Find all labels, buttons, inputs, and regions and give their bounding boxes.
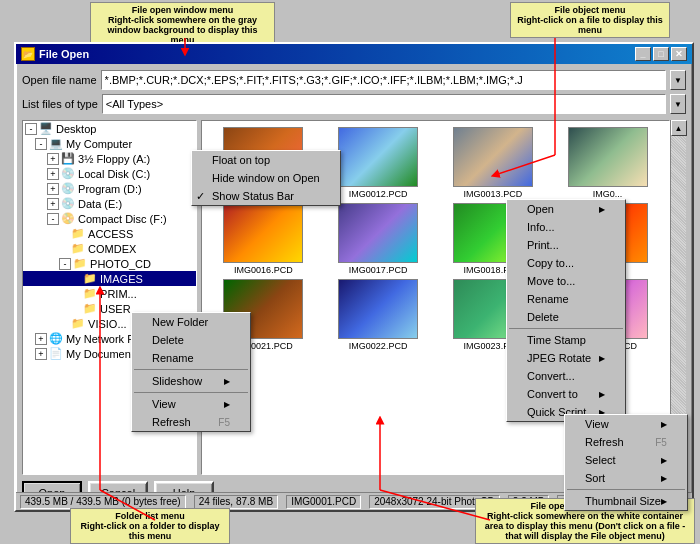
- jpegrotate-arrow: ▶: [599, 354, 605, 363]
- timestamp-label: Time Stamp: [527, 334, 586, 346]
- file-menu-copyto[interactable]: Copy to...: [507, 254, 625, 272]
- thumbnail-img0022[interactable]: IMG0022.PCD: [321, 277, 436, 353]
- convert-label: Convert...: [527, 370, 575, 382]
- tree-icon-visio: 📁: [71, 317, 85, 330]
- tree-item-images[interactable]: 📁 IMAGES: [23, 271, 196, 286]
- expand-mycomputer[interactable]: -: [35, 138, 47, 150]
- float-on-top-menu: Float on top Hide window on Open ✓ Show …: [191, 150, 341, 206]
- expand-floppy[interactable]: +: [47, 153, 59, 165]
- thumb-label-0017: IMG0017.PCD: [349, 265, 408, 275]
- expand-datae[interactable]: +: [47, 198, 59, 210]
- thumb-label-0013: IMG0013.PCD: [464, 189, 523, 199]
- file-menu-delete[interactable]: Delete: [507, 308, 625, 326]
- list-files-type-dropdown[interactable]: ▼: [670, 94, 686, 114]
- jpegrotate-label: JPEG Rotate: [527, 352, 591, 364]
- tree-item-floppy[interactable]: + 💾 3½ Floppy (A:): [23, 151, 196, 166]
- menu-item-show-status[interactable]: ✓ Show Status Bar: [192, 187, 340, 205]
- open-file-name-dropdown[interactable]: ▼: [670, 70, 686, 90]
- tree-icon-photocd: 📁: [73, 257, 87, 270]
- annotation-file-object-menu: File object menu Right-click on a file t…: [510, 2, 670, 38]
- container-menu-sort[interactable]: Sort ▶: [565, 469, 687, 487]
- status-disk: 439.5 MB / 439.5 MB (0 bytes free): [20, 495, 186, 509]
- tree-item-compactf[interactable]: - 📀 Compact Disc (F:): [23, 211, 196, 226]
- thumbnail-img0013[interactable]: IMG0013.PCD: [436, 125, 551, 201]
- status-filename: IMG0001.PCD: [286, 495, 361, 509]
- tree-item-datae[interactable]: + 💿 Data (E:): [23, 196, 196, 211]
- folder-menu-rename[interactable]: Rename: [132, 349, 250, 367]
- maximize-button[interactable]: □: [653, 47, 669, 61]
- view-label: View: [152, 398, 176, 410]
- status-files: 24 files, 87.8 MB: [194, 495, 278, 509]
- tree-icon-compactf: 📀: [61, 212, 75, 225]
- float-on-top-label: Float on top: [212, 154, 270, 166]
- expand-photocd[interactable]: -: [59, 258, 71, 270]
- copyto-label: Copy to...: [527, 257, 574, 269]
- container-view-arrow: ▶: [661, 420, 667, 429]
- expand-compactf[interactable]: -: [47, 213, 59, 225]
- file-menu-timestamp[interactable]: Time Stamp: [507, 331, 625, 349]
- folder-menu-view[interactable]: View ▶: [132, 395, 250, 413]
- file-menu-convert[interactable]: Convert...: [507, 367, 625, 385]
- scroll-track[interactable]: [671, 136, 686, 459]
- expand-mydocuments[interactable]: +: [35, 348, 47, 360]
- file-menu-rename[interactable]: Rename: [507, 290, 625, 308]
- file-menu-open[interactable]: Open ▶: [507, 200, 625, 218]
- expand-mynetwork[interactable]: +: [35, 333, 47, 345]
- container-select-label: Select: [585, 454, 616, 466]
- moveto-label: Move to...: [527, 275, 575, 287]
- slideshow-label: Slideshow: [152, 375, 202, 387]
- container-thumbsize-arrow: ▶: [661, 497, 667, 506]
- tree-item-mycomputer[interactable]: - 💻 My Computer: [23, 136, 196, 151]
- container-menu-select[interactable]: Select ▶: [565, 451, 687, 469]
- folder-menu-slideshow[interactable]: Slideshow ▶: [132, 372, 250, 390]
- container-menu-thumbsize[interactable]: Thumbnail Size ▶: [565, 492, 687, 510]
- slideshow-arrow: ▶: [224, 377, 230, 386]
- list-files-type-select[interactable]: <All Types>: [102, 94, 666, 114]
- file-menu-convertto[interactable]: Convert to ▶: [507, 385, 625, 403]
- tree-item-desktop[interactable]: - 🖥️ Desktop: [23, 121, 196, 136]
- close-button[interactable]: ✕: [671, 47, 687, 61]
- folder-menu-delete[interactable]: Delete: [132, 331, 250, 349]
- expand-programd[interactable]: +: [47, 183, 59, 195]
- menu-item-float-on-top[interactable]: Float on top: [192, 151, 340, 169]
- thumb-img-0016: [223, 203, 303, 263]
- expand-desktop[interactable]: -: [25, 123, 37, 135]
- container-select-arrow: ▶: [661, 456, 667, 465]
- open-file-name-input[interactable]: [101, 70, 666, 90]
- show-status-label: Show Status Bar: [212, 190, 294, 202]
- container-menu-view[interactable]: View ▶: [565, 415, 687, 433]
- file-menu-jpegrotate[interactable]: JPEG Rotate ▶: [507, 349, 625, 367]
- file-menu-info[interactable]: Info...: [507, 218, 625, 236]
- tree-item-prim[interactable]: 📁 PRIM...: [23, 286, 196, 301]
- tree-item-comdex[interactable]: 📁 COMDEX: [23, 241, 196, 256]
- tree-item-localdisk[interactable]: + 💿 Local Disk (C:): [23, 166, 196, 181]
- folder-menu-new-folder[interactable]: New Folder: [132, 313, 250, 331]
- minimize-button[interactable]: _: [635, 47, 651, 61]
- tree-item-photocd[interactable]: - 📁 PHOTO_CD: [23, 256, 196, 271]
- file-menu-moveto[interactable]: Move to...: [507, 272, 625, 290]
- thumbnail-img0014[interactable]: IMG0...: [550, 125, 665, 201]
- tree-icon-mydocuments: 📄: [49, 347, 63, 360]
- tree-icon-desktop: 🖥️: [39, 122, 53, 135]
- folder-menu-refresh[interactable]: Refresh F5: [132, 413, 250, 431]
- tree-item-programd[interactable]: + 💿 Program (D:): [23, 181, 196, 196]
- open-file-name-label: Open file name: [22, 74, 97, 86]
- title-bar-buttons: _ □ ✕: [635, 47, 687, 61]
- tree-item-access[interactable]: 📁 ACCESS: [23, 226, 196, 241]
- file-context-menu: Open ▶ Info... Print... Copy to... Move …: [506, 199, 626, 422]
- tree-icon-programd: 💿: [61, 182, 75, 195]
- container-menu-refresh[interactable]: Refresh F5: [565, 433, 687, 451]
- thumb-img-0013: [453, 127, 533, 187]
- expand-localdisk[interactable]: +: [47, 168, 59, 180]
- container-view-label: View: [585, 418, 609, 430]
- thumbnail-img0017[interactable]: IMG0017.PCD: [321, 201, 436, 277]
- dialog-icon: 📂: [21, 47, 35, 61]
- menu-item-hide-window[interactable]: Hide window on Open: [192, 169, 340, 187]
- thumbnail-img0016[interactable]: IMG0016.PCD: [206, 201, 321, 277]
- tree-icon-comdex: 📁: [71, 242, 85, 255]
- folder-context-menu: New Folder Delete Rename Slideshow ▶ Vie…: [131, 312, 251, 432]
- thumb-label-0014: IMG0...: [593, 189, 623, 199]
- scroll-up-button[interactable]: ▲: [671, 120, 687, 136]
- file-menu-print[interactable]: Print...: [507, 236, 625, 254]
- container-thumbsize-label: Thumbnail Size: [585, 495, 661, 507]
